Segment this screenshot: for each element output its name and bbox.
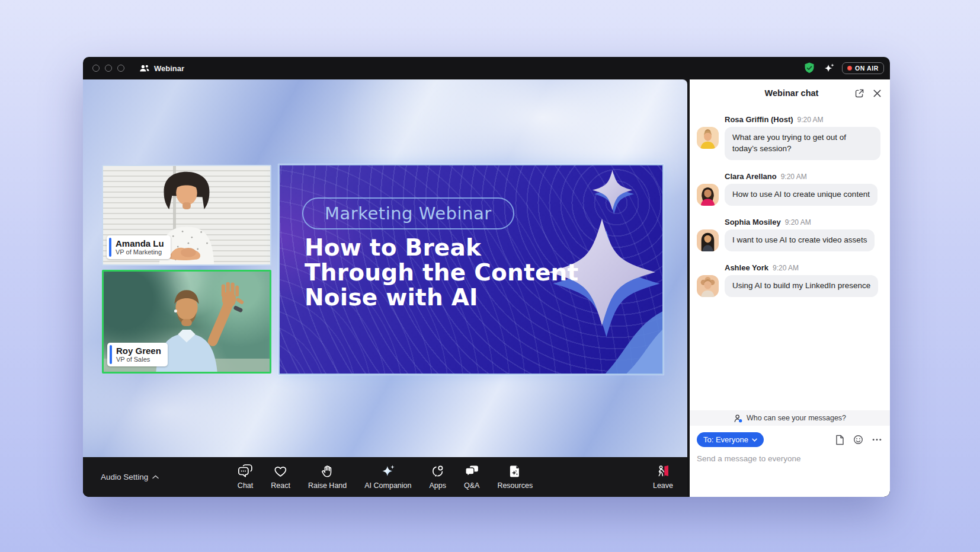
avatar-sophia [697,229,719,251]
meeting-toolbar: Audio Setting Chat [83,457,687,497]
leave-button[interactable]: Leave [653,464,673,490]
chat-composer: To: Everyone [690,426,890,497]
emoji-icon[interactable] [853,435,863,445]
chat-bubble-icon [238,464,253,478]
video-tile-roy[interactable]: Roy Green VP of Sales [102,270,271,374]
apps-button[interactable]: Apps [429,464,446,490]
qa-icon [465,464,479,478]
to-everyone-dropdown[interactable]: To: Everyone [697,432,764,447]
chat-message: Sophia Mosiley9:20 AM I want to use AI t… [697,218,880,251]
privacy-note[interactable]: Who can see your messages? [690,410,890,426]
nametag-roy: Roy Green VP of Sales [107,343,168,366]
chat-panel: Webinar chat Rosa Griffin (Host)9:20 A [690,79,890,497]
slide-badge: Marketing Webinar [302,197,514,229]
react-button[interactable]: React [271,464,290,490]
chevron-down-icon [752,438,757,442]
message-bubble: Using AI to build my LinkedIn presence [725,275,878,297]
heart-icon [273,464,288,478]
desktop-background: Webinar ON AIR [0,0,980,552]
message-author: Sophia Mosiley [725,218,781,226]
nametag-amanda: Amanda Lu VP of Marketing [107,235,171,259]
audio-setting-button[interactable]: Audio Setting [101,473,159,481]
window-close-button[interactable] [92,65,100,72]
chat-header: Webinar chat [690,79,890,107]
popout-icon[interactable] [854,88,864,98]
ai-companion-icon [380,464,396,478]
raise-hand-icon [321,464,335,478]
privacy-person-icon [734,414,743,423]
titlebar: Webinar ON AIR [83,57,890,79]
message-input[interactable] [697,454,882,463]
slide-title: How to Break Through the Content Noise w… [305,235,578,310]
on-air-label: ON AIR [855,65,879,72]
speaker-name: Roy Green [116,346,161,356]
chat-title: Webinar chat [698,88,854,98]
message-author: Ashlee York [725,263,768,272]
speaker-name: Amanda Lu [116,238,164,248]
speaker-role: VP of Sales [116,356,161,363]
message-author: Rosa Griffin (Host) [725,115,793,124]
chat-message: Clara Arellano9:20 AM How to use AI to c… [697,172,880,206]
webinar-window: Webinar ON AIR [83,57,890,497]
avatar-ashlee [697,275,719,297]
shared-slide: Marketing Webinar How to Break Through t… [278,164,664,375]
message-bubble: How to use AI to create unique content [725,184,877,206]
resources-icon [508,464,522,478]
message-time: 9:20 AM [773,264,799,272]
message-time: 9:20 AM [781,173,807,181]
apps-icon [430,464,445,478]
on-air-badge: ON AIR [842,62,884,74]
message-bubble: I want to use AI to create video assets [725,229,875,251]
resources-button[interactable]: Resources [497,464,533,490]
window-zoom-button[interactable] [117,65,124,72]
window-title: Webinar [154,64,184,73]
message-time: 9:20 AM [785,218,811,226]
avatar-clara [697,184,719,206]
raise-hand-button[interactable]: Raise Hand [308,464,347,490]
chevron-up-icon [152,475,159,479]
window-minimize-button[interactable] [105,65,112,72]
message-author: Clara Arellano [725,172,777,181]
audio-setting-label: Audio Setting [101,473,148,481]
more-options-icon[interactable] [872,438,882,441]
chat-message: Rosa Griffin (Host)9:20 AM What are you … [697,115,880,160]
sparkle-icon[interactable] [823,62,835,74]
ai-companion-button[interactable]: AI Companion [364,464,411,490]
privacy-note-text: Who can see your messages? [747,414,846,422]
chat-button[interactable]: Chat [238,464,253,490]
shield-check-icon[interactable] [803,62,816,75]
record-dot-icon [847,66,852,71]
message-bubble: What are you trying to get out of today’… [725,127,880,160]
video-tile-amanda[interactable]: Amanda Lu VP of Marketing [102,165,271,266]
avatar-rosa [697,127,719,149]
window-title-group: Webinar [139,63,184,73]
qa-button[interactable]: Q&A [464,464,479,490]
video-stage: Amanda Lu VP of Marketing [83,79,690,497]
chat-message: Ashlee York9:20 AM Using AI to build my … [697,263,880,297]
message-time: 9:20 AM [798,116,824,124]
window-controls [92,65,124,72]
chat-message-list: Rosa Griffin (Host)9:20 AM What are you … [690,107,890,410]
participants-icon [139,63,150,73]
speaker-role: VP of Marketing [116,248,164,256]
file-icon[interactable] [835,435,844,445]
close-icon[interactable] [873,89,882,98]
leave-door-icon [655,464,671,478]
